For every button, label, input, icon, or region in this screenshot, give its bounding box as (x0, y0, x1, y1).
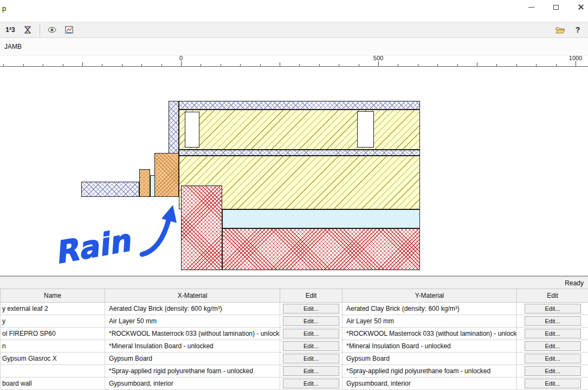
x-material-cell: Gypsum Board (105, 353, 280, 365)
top-insulation-layer[interactable] (179, 110, 420, 150)
materials-table: NameX-MaterialEditY-MaterialEdit y exter… (0, 289, 588, 390)
x-material-cell: *Spray-applied rigid polyurethane foam -… (105, 365, 280, 378)
edit-x-cell: Edit... (280, 303, 343, 315)
chart-icon (65, 25, 74, 34)
ruler-tick (398, 64, 398, 66)
edit-x-button[interactable]: Edit... (283, 379, 339, 388)
x-material-cell: *ROCKWOOL Masterrock 033 (without lamina… (105, 328, 280, 340)
edit-y-button[interactable]: Edit... (525, 304, 581, 314)
air-layer-strip[interactable] (222, 209, 420, 228)
title-bar: p (0, 0, 588, 22)
status-bar: Ready (0, 277, 588, 289)
material-row[interactable]: Gypsum Glasroc XGypsum BoardEdit...Gypsu… (1, 353, 588, 365)
air-gap-small[interactable] (150, 175, 155, 197)
column-header: Edit (280, 289, 343, 303)
outer-brick-large[interactable] (154, 153, 179, 197)
ruler-tick (43, 64, 43, 66)
foam-column[interactable] (181, 186, 222, 270)
material-row[interactable]: yAir Layer 50 mmEdit...Air Layer 50 mmEd… (1, 315, 588, 328)
edit-y-cell: Edit... (517, 328, 588, 340)
help-icon: ? (576, 25, 580, 34)
table-header-row: NameX-MaterialEditY-MaterialEdit (1, 289, 588, 303)
ruler-tick (299, 64, 300, 66)
y-material-cell: Gypsumboard, interior (343, 378, 517, 390)
menu-item-partial[interactable]: p (2, 4, 6, 12)
ruler-label: 1000 (569, 56, 582, 61)
horizontal-ruler: 05001000 (0, 56, 588, 67)
edit-y-cell: Edit... (517, 365, 588, 378)
ruler-tick (477, 62, 477, 66)
view-name-label: JAMB (4, 43, 22, 50)
row-name-cell: n (1, 340, 105, 353)
ruler-tick (359, 64, 359, 66)
help-button[interactable]: ? (571, 23, 585, 36)
ruler-tick (280, 62, 280, 66)
numbers-123-icon: 1²3 (5, 26, 15, 34)
ruler-tick (3, 64, 4, 66)
edit-x-button[interactable]: Edit... (283, 316, 339, 326)
y-material-cell: *ROCKWOOL Masterrock 033 (without lamina… (343, 328, 517, 340)
lintel-top-board[interactable] (179, 101, 420, 110)
ruler-tick (82, 62, 83, 66)
jamb-side-board[interactable] (169, 101, 179, 154)
ruler-tick (201, 64, 201, 66)
edit-x-button[interactable]: Edit... (283, 329, 339, 338)
ruler-tick (240, 64, 241, 66)
y-material-cell: *Mineral Insulation Board - unlocked (343, 340, 517, 353)
ruler-tick (260, 64, 261, 66)
open-file-button[interactable] (553, 23, 567, 36)
ruler-tick (221, 64, 221, 66)
edit-y-button[interactable]: Edit... (525, 366, 581, 376)
material-row[interactable]: board wallGypsumboard, interiorEdit...Gy… (1, 378, 588, 390)
stud-left[interactable] (185, 112, 199, 148)
maximize-icon (553, 5, 559, 10)
ruler-tick (556, 64, 557, 66)
edit-x-button[interactable]: Edit... (283, 304, 339, 314)
ruler-tick (161, 64, 162, 66)
eye-icon (48, 25, 56, 34)
outer-brick-small[interactable] (139, 169, 150, 197)
edit-x-cell: Edit... (280, 353, 343, 365)
stud-right[interactable] (357, 111, 374, 148)
clay-brick-leaf[interactable] (81, 182, 139, 197)
edit-y-button[interactable]: Edit... (525, 379, 581, 388)
ruler-tick (23, 64, 24, 66)
hourglass-button[interactable] (21, 23, 35, 36)
ruler-label: 0 (179, 56, 183, 61)
x-material-cell: *Mineral Insulation Board - unlocked (105, 340, 280, 353)
edit-y-button[interactable]: Edit... (525, 354, 581, 363)
material-row[interactable]: ol FIREPRO SP60*ROCKWOOL Masterrock 033 … (1, 328, 588, 340)
close-button[interactable] (576, 2, 586, 12)
edit-y-button[interactable]: Edit... (525, 316, 581, 326)
ruler-label: 500 (373, 56, 383, 61)
y-material-cell: Gypsum Board (343, 353, 517, 365)
status-text: Ready (565, 279, 584, 287)
material-row[interactable]: y external leaf 2Aerated Clay Brick (den… (1, 303, 588, 315)
mid-board-layer[interactable] (179, 150, 420, 156)
ruler-tick (378, 61, 379, 66)
close-icon (578, 4, 584, 10)
edit-x-button[interactable]: Edit... (283, 354, 339, 363)
ruler-tick (181, 61, 182, 66)
chart-button[interactable] (62, 23, 76, 36)
maximize-button[interactable] (551, 2, 561, 12)
edit-x-button[interactable]: Edit... (283, 366, 339, 376)
x-material-cell: Gypsumboard, interior (105, 378, 280, 390)
edit-x-button[interactable]: Edit... (283, 341, 339, 351)
edit-y-button[interactable]: Edit... (525, 329, 581, 338)
ruler-tick (457, 64, 458, 66)
foam-bottom-layer[interactable] (222, 228, 420, 270)
column-header: Edit (517, 289, 588, 303)
rain-arrow-shaft (142, 220, 169, 254)
numbers-123-button[interactable]: 1²3 (3, 23, 17, 36)
eye-button[interactable] (45, 23, 59, 36)
edit-x-cell: Edit... (280, 365, 343, 378)
material-row[interactable]: n*Mineral Insulation Board - unlockedEdi… (1, 340, 588, 353)
edit-y-button[interactable]: Edit... (525, 341, 581, 351)
edit-y-cell: Edit... (517, 340, 588, 353)
minimize-button[interactable] (526, 2, 536, 12)
drawing-canvas[interactable]: Rain (0, 67, 588, 276)
material-row[interactable]: *Spray-applied rigid polyurethane foam -… (1, 365, 588, 378)
row-name-cell: y external leaf 2 (1, 303, 105, 315)
toolbar: 1²3 ? (0, 22, 588, 38)
